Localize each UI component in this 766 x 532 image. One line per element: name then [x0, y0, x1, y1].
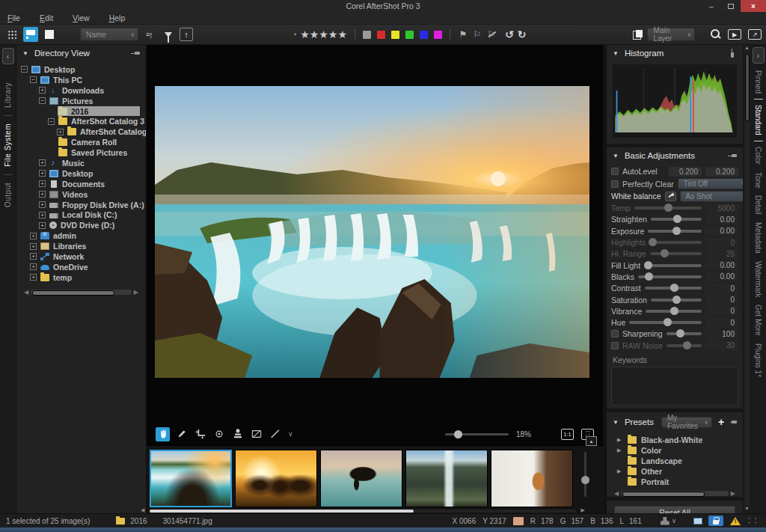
adjustment-value[interactable]: 0 — [705, 284, 738, 293]
export-button[interactable]: ↑ — [180, 28, 193, 41]
adjustment-value[interactable]: 100 — [705, 329, 738, 339]
slider-handle[interactable] — [672, 227, 681, 235]
adjustment-slider[interactable] — [644, 264, 702, 267]
presets-dropdown[interactable]: My Favorites∨ — [661, 417, 712, 428]
slider-handle[interactable] — [661, 249, 669, 257]
right-panel-scrollbar[interactable]: ▲ ▼ — [743, 45, 750, 513]
tree-expander[interactable]: + — [39, 87, 46, 94]
slider-handle[interactable] — [670, 307, 678, 315]
adjustment-value[interactable]: 0 — [705, 295, 738, 305]
flag-pick-icon[interactable]: ⚑ — [458, 29, 468, 40]
right-tab-detail[interactable]: Detail — [754, 193, 762, 217]
right-tab-standard[interactable]: Standard — [754, 103, 762, 138]
left-tab-library[interactable]: Library — [4, 79, 12, 111]
adjustment-slider[interactable] — [649, 241, 702, 244]
tree-expander[interactable]: + — [39, 212, 46, 218]
tree-expander[interactable]: − — [21, 66, 28, 73]
adjustment-slider[interactable] — [629, 321, 702, 324]
collapse-right-panel-button[interactable]: › — [753, 47, 765, 64]
soft-proofing-icon[interactable] — [661, 517, 670, 525]
tree-item-this-pc[interactable]: −This PC — [21, 75, 146, 85]
tree-expander[interactable]: − — [48, 118, 55, 125]
right-tab-pinned[interactable]: Pinned — [754, 68, 762, 96]
tint-dropdown[interactable]: Tint Off∨ — [678, 178, 750, 189]
grid-view-button[interactable] — [4, 27, 19, 42]
adjustment-value[interactable]: 0.00 — [705, 215, 738, 224]
pin-icon[interactable] — [730, 419, 737, 425]
hand-tool-button[interactable] — [156, 427, 170, 441]
tree-expander[interactable]: + — [39, 222, 46, 229]
expand-arrow-icon[interactable]: ▶ — [617, 437, 623, 443]
slider-handle[interactable] — [664, 204, 672, 212]
collapse-triangle-icon[interactable]: ▼ — [613, 419, 619, 426]
warning-icon[interactable] — [730, 517, 741, 525]
menu-item-edit[interactable]: Edit — [40, 13, 53, 22]
crop-tool-button[interactable] — [193, 427, 207, 441]
resize-grip[interactable]: ⠅⠅ — [747, 517, 760, 525]
tree-item-videos[interactable]: +Videos — [21, 189, 146, 200]
tree-item-local-disk-c-[interactable]: +Local Disk (C:) — [21, 210, 146, 220]
expand-arrow-icon[interactable]: ▶ — [617, 447, 623, 453]
pin-icon[interactable] — [728, 153, 737, 159]
autolevel-value-2[interactable]: 0.200 — [705, 167, 738, 177]
single-view-button[interactable] — [42, 27, 57, 42]
adjustment-slider[interactable] — [646, 310, 702, 313]
tree-expander[interactable]: + — [30, 253, 37, 260]
chevron-down-icon[interactable]: ∨ — [672, 517, 677, 525]
star-icon[interactable]: ★ — [337, 28, 347, 40]
thumbnail-cliff-waterfall[interactable] — [405, 450, 488, 507]
flag-outline-icon[interactable]: ⚐ — [472, 29, 482, 40]
thumbnail-size-handle[interactable] — [581, 476, 589, 484]
preset-folder-color[interactable]: ▶Color — [617, 445, 743, 456]
maximize-button[interactable] — [721, 0, 741, 12]
slider-handle[interactable] — [664, 318, 672, 326]
thumbnail-black-horse[interactable] — [320, 450, 402, 507]
tree-item-temp[interactable]: +temp — [21, 272, 146, 283]
tree-expander[interactable]: − — [30, 76, 37, 83]
slider-handle[interactable] — [644, 261, 652, 269]
adjustment-slider[interactable] — [667, 332, 702, 335]
tree-item-network[interactable]: +Network — [21, 251, 146, 262]
directory-hscrollbar[interactable]: ◀ ▶ — [24, 289, 138, 296]
tree-expander[interactable]: + — [30, 243, 37, 250]
menu-item-help[interactable]: Help — [109, 13, 126, 22]
collapse-left-panel-button[interactable]: ‹ — [2, 48, 14, 64]
thumbnail-fox-tree[interactable] — [491, 450, 573, 507]
right-tab-watermark[interactable]: Watermark — [754, 259, 762, 300]
white-balance-dropdown[interactable]: As Shot∨ — [680, 191, 752, 202]
keywords-input[interactable] — [611, 367, 738, 406]
thumbnail-horses-sunset[interactable] — [235, 450, 317, 507]
straighten-tool-button[interactable] — [268, 427, 282, 441]
tree-expander[interactable]: + — [30, 233, 37, 239]
add-preset-button[interactable]: + — [718, 416, 724, 428]
undo-button[interactable]: ↺ — [505, 28, 514, 40]
adjustment-slider[interactable] — [667, 344, 702, 347]
presets-hscrollbar[interactable]: ◀ ▶ — [614, 490, 735, 497]
no-rating-dot-icon[interactable]: • — [294, 31, 296, 38]
menu-item-view[interactable]: View — [73, 13, 90, 22]
collapse-triangle-icon[interactable]: ▼ — [613, 50, 619, 57]
filter-button[interactable] — [161, 27, 176, 42]
scroll-right-icon[interactable]: ▶ — [581, 507, 585, 513]
hscrollbar-thumb[interactable] — [32, 290, 114, 296]
slider-handle[interactable] — [676, 329, 684, 337]
star-icon[interactable]: ★ — [300, 28, 310, 40]
tree-item-desktop[interactable]: −Desktop — [21, 64, 146, 75]
viewer-canvas[interactable] — [147, 45, 603, 423]
adjustment-value[interactable]: 0.00 — [705, 226, 738, 236]
collapse-triangle-icon[interactable]: ▼ — [613, 153, 619, 159]
tree-item-music[interactable]: +Music — [21, 158, 146, 168]
tree-item-aftershot-catalog[interactable]: +AfterShot Catalog — [21, 126, 146, 137]
minimize-button[interactable]: – — [702, 0, 721, 12]
rating-control[interactable]: •★★★★★ — [294, 28, 347, 40]
adjustment-value[interactable]: 0.00 — [705, 272, 738, 281]
slider-handle[interactable] — [649, 238, 657, 246]
tree-expander[interactable]: + — [39, 180, 46, 187]
scroll-right-icon[interactable]: ▶ — [731, 490, 735, 497]
lock-toggle-button[interactable] — [708, 516, 723, 526]
sort-direction-button[interactable]: ≡↑ — [142, 27, 157, 42]
heal-tool-button[interactable] — [212, 427, 226, 441]
right-tab-color[interactable]: Color — [754, 144, 762, 167]
redo-button[interactable]: ↻ — [518, 28, 527, 40]
tree-item-aftershot-catalog-3-b[interactable]: −AfterShot Catalog 3 B — [21, 116, 146, 126]
